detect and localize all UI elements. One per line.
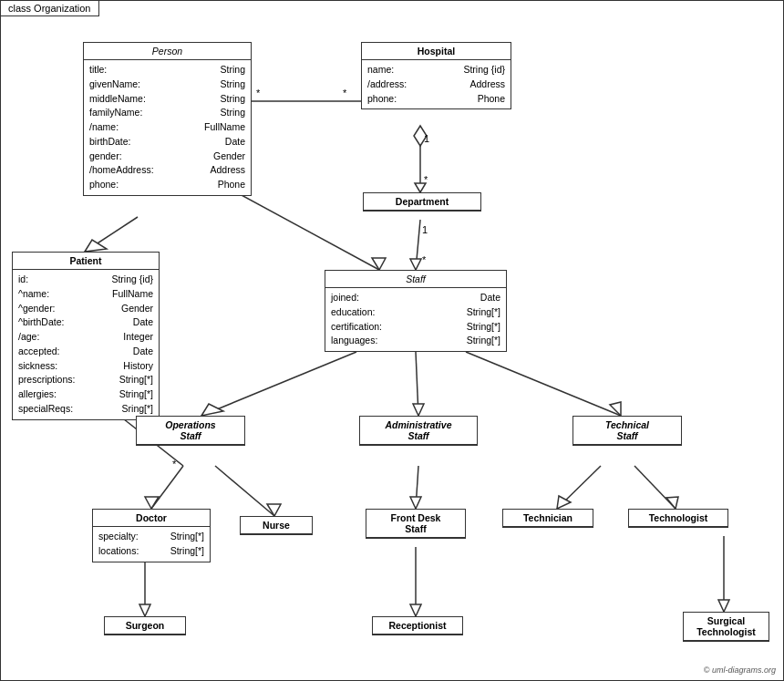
svg-line-25: [151, 466, 183, 509]
receptionist-title: Receptionist: [373, 617, 462, 635]
surgeon-title: Surgeon: [105, 617, 185, 635]
svg-text:1: 1: [424, 133, 429, 144]
svg-line-33: [634, 466, 676, 509]
svg-text:*: *: [424, 174, 428, 185]
svg-text:*: *: [343, 88, 347, 98]
svg-text:*: *: [256, 88, 261, 98]
svg-marker-34: [666, 497, 678, 509]
svg-marker-5: [415, 183, 426, 192]
surgeon-class: Surgeon: [104, 616, 186, 635]
technician-class: Technician: [502, 509, 593, 528]
svg-marker-22: [413, 404, 424, 416]
receptionist-class: Receptionist: [372, 616, 463, 635]
svg-text:1: 1: [422, 224, 428, 235]
patient-class: Patient id:String {id} ^name:FullName ^g…: [12, 252, 160, 420]
svg-marker-24: [610, 402, 621, 416]
svg-marker-13: [85, 240, 107, 252]
svg-marker-30: [410, 497, 421, 509]
person-class: Person title:String givenName:String mid…: [83, 42, 252, 196]
svg-marker-38: [410, 604, 421, 616]
doctor-class: Doctor specialty:String[*] locations:Str…: [92, 509, 211, 562]
doctor-attrs: specialty:String[*] locations:String[*]: [93, 527, 210, 562]
svg-marker-36: [139, 604, 150, 616]
person-title: Person: [84, 43, 251, 60]
technologist-class: Technologist: [628, 509, 728, 528]
copyright: © uml-diagrams.org: [704, 666, 776, 675]
administrative-staff-class: AdministrativeStaff: [359, 416, 478, 446]
front-desk-staff-class: Front DeskStaff: [366, 509, 466, 539]
svg-line-8: [416, 220, 420, 270]
diagram-title: class Organization: [1, 1, 99, 16]
svg-marker-26: [145, 497, 159, 509]
svg-line-23: [466, 352, 621, 416]
svg-line-31: [557, 466, 601, 509]
staff-title: Staff: [325, 271, 506, 288]
hospital-title: Hospital: [362, 43, 511, 60]
hospital-class: Hospital name:String {id} /address:Addre…: [361, 42, 511, 109]
technical-staff-class: TechnicalStaff: [573, 416, 682, 446]
staff-attrs: joined:Date education:String[*] certific…: [325, 288, 506, 351]
svg-line-19: [201, 352, 356, 416]
administrative-staff-title: AdministrativeStaff: [360, 417, 477, 445]
svg-marker-28: [267, 504, 281, 516]
svg-text:*: *: [172, 459, 177, 469]
svg-marker-20: [201, 404, 223, 416]
technologist-title: Technologist: [629, 510, 727, 527]
svg-line-27: [215, 466, 274, 516]
front-desk-staff-title: Front DeskStaff: [366, 510, 465, 538]
svg-line-21: [416, 352, 418, 416]
nurse-class: Nurse: [240, 516, 313, 535]
department-class: Department: [363, 192, 481, 212]
svg-text:*: *: [422, 254, 427, 265]
technician-title: Technician: [503, 510, 593, 527]
svg-line-12: [85, 217, 138, 252]
operations-staff-title: OperationsStaff: [137, 417, 244, 445]
patient-title: Patient: [13, 253, 159, 270]
doctor-title: Doctor: [93, 510, 210, 527]
person-attrs: title:String givenName:String middleName…: [84, 60, 251, 195]
diagram-container: class Organization * * 1 * 1 * * *: [0, 0, 784, 681]
hospital-attrs: name:String {id} /address:Address phone:…: [362, 60, 511, 108]
surgical-technologist-class: SurgicalTechnologist: [683, 612, 769, 642]
department-title: Department: [364, 193, 480, 211]
technical-staff-title: TechnicalStaff: [573, 417, 681, 445]
operations-staff-class: OperationsStaff: [136, 416, 245, 446]
surgical-technologist-title: SurgicalTechnologist: [684, 613, 769, 641]
nurse-title: Nurse: [241, 517, 312, 534]
svg-marker-15: [372, 258, 386, 270]
staff-class: Staff joined:Date education:String[*] ce…: [325, 270, 507, 352]
svg-line-14: [220, 183, 379, 270]
svg-line-29: [416, 466, 418, 509]
svg-marker-32: [557, 496, 571, 509]
svg-marker-40: [718, 600, 729, 612]
svg-marker-4: [414, 126, 427, 146]
svg-marker-9: [410, 259, 421, 270]
patient-attrs: id:String {id} ^name:FullName ^gender:Ge…: [13, 270, 159, 419]
